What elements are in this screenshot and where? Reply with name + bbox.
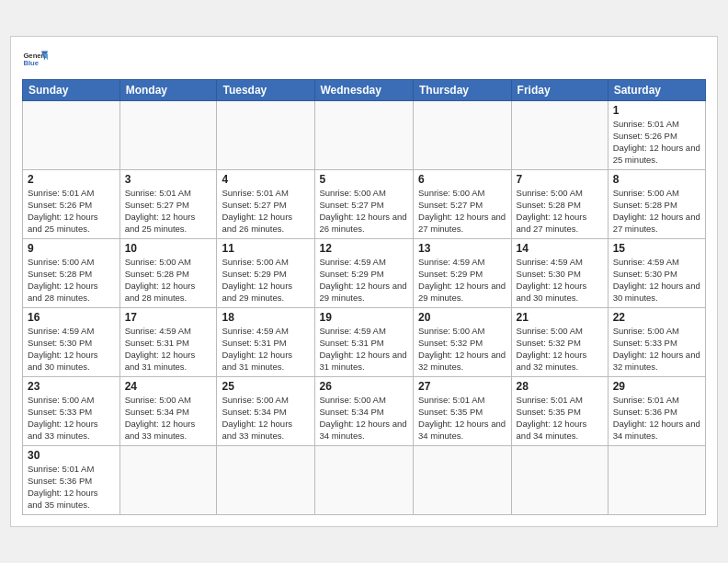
day-info: Sunrise: 4:59 AM Sunset: 5:31 PM Dayligh… (320, 326, 409, 373)
day-cell (217, 101, 314, 170)
day-number: 20 (418, 311, 506, 324)
day-info: Sunrise: 5:01 AM Sunset: 5:36 PM Dayligh… (613, 395, 700, 442)
day-cell: 29Sunrise: 5:01 AM Sunset: 5:36 PM Dayli… (608, 377, 705, 446)
day-number: 17 (125, 311, 212, 324)
day-number: 15 (613, 242, 700, 255)
weekday-row: SundayMondayTuesdayWednesdayThursdayFrid… (23, 80, 706, 101)
day-cell: 4Sunrise: 5:01 AM Sunset: 5:27 PM Daylig… (217, 170, 314, 239)
day-cell: 23Sunrise: 5:00 AM Sunset: 5:33 PM Dayli… (23, 377, 120, 446)
day-cell: 21Sunrise: 5:00 AM Sunset: 5:32 PM Dayli… (511, 308, 608, 377)
day-info: Sunrise: 5:00 AM Sunset: 5:27 PM Dayligh… (418, 188, 506, 235)
day-cell (314, 101, 414, 170)
weekday-header-monday: Monday (119, 80, 217, 101)
day-cell: 24Sunrise: 5:00 AM Sunset: 5:34 PM Dayli… (119, 377, 217, 446)
weekday-header-wednesday: Wednesday (314, 80, 414, 101)
day-number: 30 (28, 449, 115, 462)
day-info: Sunrise: 5:00 AM Sunset: 5:33 PM Dayligh… (613, 326, 700, 373)
day-number: 4 (222, 173, 309, 186)
day-number: 19 (320, 311, 409, 324)
day-number: 1 (613, 104, 700, 117)
day-info: Sunrise: 5:01 AM Sunset: 5:35 PM Dayligh… (517, 395, 603, 442)
day-info: Sunrise: 5:00 AM Sunset: 5:28 PM Dayligh… (613, 188, 700, 235)
calendar-table: SundayMondayTuesdayWednesdayThursdayFrid… (22, 79, 706, 514)
day-cell (314, 446, 414, 514)
day-number: 9 (28, 242, 115, 255)
week-row-0: 1Sunrise: 5:01 AM Sunset: 5:26 PM Daylig… (23, 101, 706, 170)
day-info: Sunrise: 4:59 AM Sunset: 5:31 PM Dayligh… (125, 326, 212, 373)
day-cell: 11Sunrise: 5:00 AM Sunset: 5:29 PM Dayli… (217, 239, 314, 308)
day-info: Sunrise: 5:00 AM Sunset: 5:29 PM Dayligh… (222, 257, 309, 304)
day-cell: 9Sunrise: 5:00 AM Sunset: 5:28 PM Daylig… (23, 239, 120, 308)
day-number: 28 (517, 380, 603, 393)
day-info: Sunrise: 5:01 AM Sunset: 5:27 PM Dayligh… (125, 188, 212, 235)
day-cell (23, 101, 120, 170)
day-info: Sunrise: 5:00 AM Sunset: 5:27 PM Dayligh… (320, 188, 409, 235)
day-number: 18 (222, 311, 309, 324)
day-number: 24 (125, 380, 212, 393)
day-number: 2 (28, 173, 115, 186)
day-info: Sunrise: 4:59 AM Sunset: 5:29 PM Dayligh… (320, 257, 409, 304)
day-cell (511, 446, 608, 514)
day-cell (414, 101, 512, 170)
logo: General Blue (22, 46, 48, 72)
day-info: Sunrise: 5:00 AM Sunset: 5:28 PM Dayligh… (125, 257, 212, 304)
day-info: Sunrise: 5:00 AM Sunset: 5:28 PM Dayligh… (28, 257, 115, 304)
day-info: Sunrise: 5:00 AM Sunset: 5:32 PM Dayligh… (517, 326, 603, 373)
day-cell: 28Sunrise: 5:01 AM Sunset: 5:35 PM Dayli… (511, 377, 608, 446)
day-cell: 6Sunrise: 5:00 AM Sunset: 5:27 PM Daylig… (414, 170, 512, 239)
calendar-body: 1Sunrise: 5:01 AM Sunset: 5:26 PM Daylig… (23, 101, 706, 514)
day-number: 6 (418, 173, 506, 186)
day-info: Sunrise: 4:59 AM Sunset: 5:30 PM Dayligh… (613, 257, 700, 304)
calendar-header: SundayMondayTuesdayWednesdayThursdayFrid… (23, 80, 706, 101)
day-number: 8 (613, 173, 700, 186)
day-number: 10 (125, 242, 212, 255)
day-info: Sunrise: 5:00 AM Sunset: 5:32 PM Dayligh… (418, 326, 506, 373)
day-number: 23 (28, 380, 115, 393)
week-row-3: 16Sunrise: 4:59 AM Sunset: 5:30 PM Dayli… (23, 308, 706, 377)
day-number: 3 (125, 173, 212, 186)
day-number: 26 (320, 380, 409, 393)
day-cell (608, 446, 705, 514)
day-info: Sunrise: 5:01 AM Sunset: 5:27 PM Dayligh… (222, 188, 309, 235)
weekday-header-tuesday: Tuesday (217, 80, 314, 101)
day-cell: 8Sunrise: 5:00 AM Sunset: 5:28 PM Daylig… (608, 170, 705, 239)
day-info: Sunrise: 4:59 AM Sunset: 5:29 PM Dayligh… (418, 257, 506, 304)
day-info: Sunrise: 5:01 AM Sunset: 5:26 PM Dayligh… (28, 188, 115, 235)
day-info: Sunrise: 5:00 AM Sunset: 5:34 PM Dayligh… (222, 395, 309, 442)
logo-icon: General Blue (22, 46, 48, 72)
day-cell: 27Sunrise: 5:01 AM Sunset: 5:35 PM Dayli… (414, 377, 512, 446)
day-info: Sunrise: 5:00 AM Sunset: 5:28 PM Dayligh… (517, 188, 603, 235)
day-cell: 14Sunrise: 4:59 AM Sunset: 5:30 PM Dayli… (511, 239, 608, 308)
day-info: Sunrise: 4:59 AM Sunset: 5:30 PM Dayligh… (517, 257, 603, 304)
week-row-2: 9Sunrise: 5:00 AM Sunset: 5:28 PM Daylig… (23, 239, 706, 308)
week-row-5: 30Sunrise: 5:01 AM Sunset: 5:36 PM Dayli… (23, 446, 706, 514)
day-number: 22 (613, 311, 700, 324)
day-cell: 19Sunrise: 4:59 AM Sunset: 5:31 PM Dayli… (314, 308, 414, 377)
header: General Blue (22, 46, 706, 72)
day-cell: 2Sunrise: 5:01 AM Sunset: 5:26 PM Daylig… (23, 170, 120, 239)
day-info: Sunrise: 5:00 AM Sunset: 5:33 PM Dayligh… (28, 395, 115, 442)
weekday-header-sunday: Sunday (23, 80, 120, 101)
day-number: 13 (418, 242, 506, 255)
day-info: Sunrise: 4:59 AM Sunset: 5:30 PM Dayligh… (28, 326, 115, 373)
day-cell (414, 446, 512, 514)
day-info: Sunrise: 5:01 AM Sunset: 5:35 PM Dayligh… (418, 395, 506, 442)
day-cell: 16Sunrise: 4:59 AM Sunset: 5:30 PM Dayli… (23, 308, 120, 377)
svg-text:Blue: Blue (23, 59, 39, 67)
day-cell: 5Sunrise: 5:00 AM Sunset: 5:27 PM Daylig… (314, 170, 414, 239)
day-cell (119, 446, 217, 514)
week-row-1: 2Sunrise: 5:01 AM Sunset: 5:26 PM Daylig… (23, 170, 706, 239)
day-number: 12 (320, 242, 409, 255)
day-cell: 13Sunrise: 4:59 AM Sunset: 5:29 PM Dayli… (414, 239, 512, 308)
calendar-container: General Blue SundayMondayTuesdayWednesda… (10, 36, 718, 526)
day-cell: 22Sunrise: 5:00 AM Sunset: 5:33 PM Dayli… (608, 308, 705, 377)
day-cell: 25Sunrise: 5:00 AM Sunset: 5:34 PM Dayli… (217, 377, 314, 446)
day-cell: 15Sunrise: 4:59 AM Sunset: 5:30 PM Dayli… (608, 239, 705, 308)
day-number: 7 (517, 173, 603, 186)
day-cell: 3Sunrise: 5:01 AM Sunset: 5:27 PM Daylig… (119, 170, 217, 239)
day-number: 11 (222, 242, 309, 255)
day-number: 29 (613, 380, 700, 393)
day-cell: 1Sunrise: 5:01 AM Sunset: 5:26 PM Daylig… (608, 101, 705, 170)
day-number: 25 (222, 380, 309, 393)
day-number: 21 (517, 311, 603, 324)
